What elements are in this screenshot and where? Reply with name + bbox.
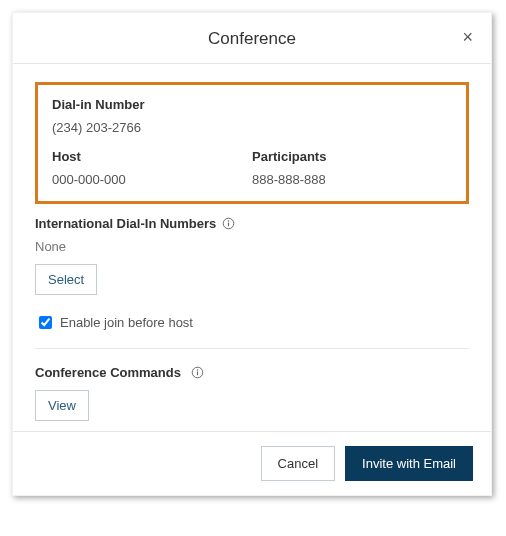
intl-value: None [35, 239, 469, 254]
info-icon[interactable] [222, 217, 235, 230]
svg-rect-5 [197, 372, 198, 376]
enable-join-label: Enable join before host [60, 315, 193, 330]
info-icon[interactable] [191, 366, 204, 379]
dial-in-label: Dial-in Number [52, 97, 452, 112]
dialog-body: Dial-in Number (234) 203-2766 Host 000-0… [13, 64, 491, 431]
dial-info-highlight: Dial-in Number (234) 203-2766 Host 000-0… [35, 82, 469, 204]
participants-code: 888-888-888 [252, 172, 452, 187]
close-button[interactable]: × [456, 23, 479, 52]
conference-dialog: Conference × Dial-in Number (234) 203-27… [12, 12, 492, 496]
intl-section-header: International Dial-In Numbers [35, 216, 469, 231]
close-icon: × [462, 27, 473, 47]
intl-label: International Dial-In Numbers [35, 216, 216, 231]
cancel-button[interactable]: Cancel [261, 446, 335, 481]
participants-label: Participants [252, 149, 452, 164]
svg-rect-2 [228, 223, 229, 227]
invite-button[interactable]: Invite with Email [345, 446, 473, 481]
enable-join-checkbox[interactable] [39, 316, 52, 329]
divider [35, 348, 469, 349]
host-label: Host [52, 149, 252, 164]
commands-section-header: Conference Commands [35, 365, 469, 380]
participants-col: Participants 888-888-888 [252, 149, 452, 187]
svg-point-1 [228, 220, 229, 221]
codes-row: Host 000-000-000 Participants 888-888-88… [52, 149, 452, 187]
dial-in-number: (234) 203-2766 [52, 120, 452, 135]
dialog-footer: Cancel Invite with Email [13, 431, 491, 495]
select-button[interactable]: Select [35, 264, 97, 295]
enable-join-row: Enable join before host [35, 313, 469, 332]
dialog-header: Conference × [13, 13, 491, 64]
commands-label: Conference Commands [35, 365, 181, 380]
dialog-title: Conference [208, 29, 296, 48]
svg-point-4 [197, 369, 198, 370]
host-col: Host 000-000-000 [52, 149, 252, 187]
view-button[interactable]: View [35, 390, 89, 421]
host-code: 000-000-000 [52, 172, 252, 187]
